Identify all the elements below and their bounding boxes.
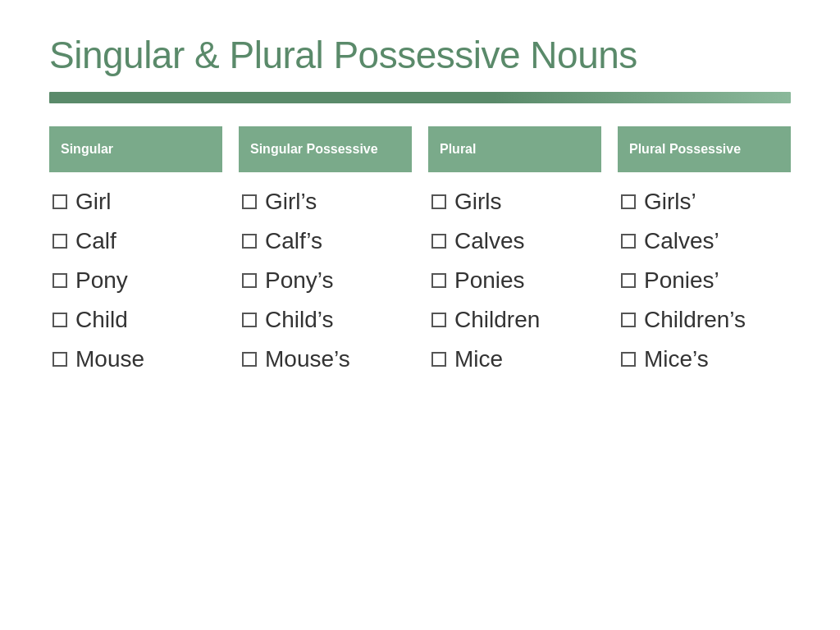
checkbox-icon bbox=[431, 273, 446, 288]
list-item: Pony bbox=[49, 262, 222, 299]
col-header-plural: Plural bbox=[428, 126, 601, 172]
checkbox-icon bbox=[52, 273, 67, 288]
item-text: Girl bbox=[75, 189, 112, 215]
item-text: Ponies’ bbox=[644, 267, 719, 294]
checkbox-icon bbox=[431, 313, 446, 327]
list-item: Mouse’s bbox=[239, 341, 412, 377]
list-item: Children bbox=[428, 302, 601, 338]
checkbox-icon bbox=[52, 352, 67, 367]
checkbox-icon bbox=[242, 273, 257, 288]
item-text: Girl’s bbox=[265, 189, 317, 215]
item-text: Mouse’s bbox=[265, 346, 350, 372]
list-item: Calf’s bbox=[239, 223, 412, 259]
item-text: Children’s bbox=[644, 307, 746, 333]
item-text: Child’s bbox=[265, 307, 334, 333]
item-text: Children bbox=[454, 307, 540, 333]
checkbox-icon bbox=[621, 234, 636, 249]
checkbox-icon bbox=[431, 352, 446, 367]
checkbox-icon bbox=[621, 352, 636, 367]
list-item: Girls’ bbox=[618, 184, 791, 220]
column-singular: SingularGirlCalfPonyChildMouse bbox=[49, 126, 222, 597]
checkbox-icon bbox=[52, 313, 67, 327]
slide-title: Singular & Plural Possessive Nouns bbox=[49, 33, 791, 77]
item-text: Mice’s bbox=[644, 346, 709, 372]
list-item: Calves’ bbox=[618, 223, 791, 259]
item-text: Calf bbox=[75, 228, 116, 254]
col-items-plural: GirlsCalvesPoniesChildrenMice bbox=[428, 184, 601, 377]
item-text: Child bbox=[75, 307, 128, 333]
column-plural-possessive: Plural PossessiveGirls’Calves’Ponies’Chi… bbox=[618, 126, 791, 597]
list-item: Girls bbox=[428, 184, 601, 220]
column-plural: PluralGirlsCalvesPoniesChildrenMice bbox=[428, 126, 601, 597]
checkbox-icon bbox=[52, 234, 67, 249]
item-text: Mice bbox=[454, 346, 503, 372]
col-header-plural-possessive: Plural Possessive bbox=[618, 126, 791, 172]
checkbox-icon bbox=[431, 194, 446, 209]
list-item: Child bbox=[49, 302, 222, 338]
col-header-singular-possessive: Singular Possessive bbox=[239, 126, 412, 172]
checkbox-icon bbox=[242, 352, 257, 367]
col-items-plural-possessive: Girls’Calves’Ponies’Children’sMice’s bbox=[618, 184, 791, 377]
item-text: Girls’ bbox=[644, 189, 696, 215]
item-text: Calves bbox=[454, 228, 525, 254]
column-singular-possessive: Singular PossessiveGirl’sCalf’sPony’sChi… bbox=[239, 126, 412, 597]
list-item: Girl bbox=[49, 184, 222, 220]
accent-bar bbox=[49, 92, 791, 103]
col-header-singular: Singular bbox=[49, 126, 222, 172]
list-item: Ponies’ bbox=[618, 262, 791, 299]
list-item: Mice’s bbox=[618, 341, 791, 377]
checkbox-icon bbox=[242, 234, 257, 249]
list-item: Calves bbox=[428, 223, 601, 259]
list-item: Children’s bbox=[618, 302, 791, 338]
table-container: SingularGirlCalfPonyChildMouseSingular P… bbox=[49, 126, 791, 597]
list-item: Ponies bbox=[428, 262, 601, 299]
checkbox-icon bbox=[242, 194, 257, 209]
list-item: Child’s bbox=[239, 302, 412, 338]
checkbox-icon bbox=[621, 273, 636, 288]
item-text: Pony bbox=[75, 267, 128, 294]
list-item: Mice bbox=[428, 341, 601, 377]
item-text: Girls bbox=[454, 189, 502, 215]
checkbox-icon bbox=[242, 313, 257, 327]
item-text: Pony’s bbox=[265, 267, 334, 294]
list-item: Mouse bbox=[49, 341, 222, 377]
item-text: Mouse bbox=[75, 346, 144, 372]
list-item: Calf bbox=[49, 223, 222, 259]
list-item: Girl’s bbox=[239, 184, 412, 220]
item-text: Calf’s bbox=[265, 228, 322, 254]
checkbox-icon bbox=[621, 194, 636, 209]
item-text: Calves’ bbox=[644, 228, 719, 254]
slide: Singular & Plural Possessive Nouns Singu… bbox=[0, 0, 840, 630]
checkbox-icon bbox=[431, 234, 446, 249]
col-items-singular: GirlCalfPonyChildMouse bbox=[49, 184, 222, 377]
list-item: Pony’s bbox=[239, 262, 412, 299]
col-items-singular-possessive: Girl’sCalf’sPony’sChild’sMouse’s bbox=[239, 184, 412, 377]
checkbox-icon bbox=[621, 313, 636, 327]
checkbox-icon bbox=[52, 194, 67, 209]
item-text: Ponies bbox=[454, 267, 525, 294]
